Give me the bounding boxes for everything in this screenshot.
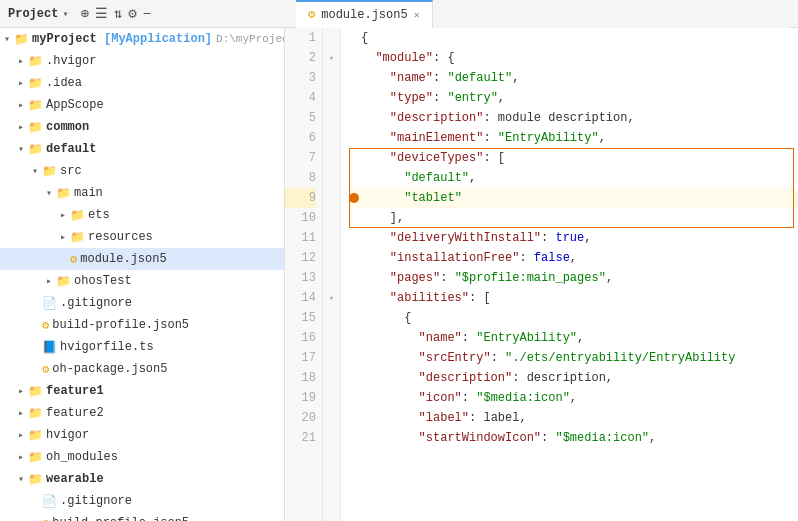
code-token: "$profile:main_pages" <box>455 268 606 288</box>
tree-expand-icon[interactable]: ▸ <box>42 275 56 287</box>
sidebar-item-hvigorfile[interactable]: 📘hvigorfile.ts <box>0 336 284 358</box>
sidebar-item-AppScope[interactable]: ▸📁AppScope <box>0 94 284 116</box>
chevron-down-icon[interactable]: ▾ <box>62 8 68 20</box>
close-icon[interactable]: − <box>143 6 151 22</box>
sidebar-item-common[interactable]: ▸📁common <box>0 116 284 138</box>
tree-item-icon: 📁 <box>56 274 71 289</box>
gutter-line-17 <box>323 348 340 368</box>
code-token <box>361 148 390 168</box>
sidebar-item-gitignore1[interactable]: 📄.gitignore <box>0 292 284 314</box>
tree-item-label: src <box>60 164 82 178</box>
tree-item-label: module.json5 <box>80 252 166 266</box>
tab-close-icon[interactable]: ✕ <box>414 9 420 21</box>
line-number-12: 12 <box>285 248 316 268</box>
tree-expand-icon[interactable]: ▸ <box>56 231 70 243</box>
code-token: description <box>527 368 606 388</box>
code-token: : <box>483 128 497 148</box>
sidebar-item-resources[interactable]: ▸📁resources <box>0 226 284 248</box>
code-token: "EntryAbility" <box>476 328 577 348</box>
sidebar-item-module_json5[interactable]: ⚙module.json5 <box>0 248 284 270</box>
sidebar-item-oh_package[interactable]: ⚙oh-package.json5 <box>0 358 284 380</box>
code-token: , <box>599 128 606 148</box>
gutter-line-2: ▾ <box>323 48 340 68</box>
tree-expand-icon[interactable]: ▸ <box>56 209 70 221</box>
list-icon[interactable]: ☰ <box>95 5 108 22</box>
sidebar-item-feature1[interactable]: ▸📁feature1 <box>0 380 284 402</box>
code-token <box>361 328 419 348</box>
line-number-5: 5 <box>285 108 316 128</box>
sidebar-item-hvigor2[interactable]: ▸📁hvigor <box>0 424 284 446</box>
tree-expand-icon[interactable]: ▾ <box>14 473 28 485</box>
code-token: "pages" <box>390 268 440 288</box>
settings-icon[interactable]: ⚙ <box>128 5 136 22</box>
code-area[interactable]: { "module": { "name": "default", "type":… <box>341 28 798 521</box>
code-line-21: "startWindowIcon": "$media:icon", <box>349 428 798 448</box>
sidebar-item-src[interactable]: ▾📁src <box>0 160 284 182</box>
line-number-4: 4 <box>285 88 316 108</box>
sidebar-item-wearable[interactable]: ▾📁wearable <box>0 468 284 490</box>
code-token: , <box>512 68 519 88</box>
tree-expand-icon[interactable]: ▾ <box>0 33 14 45</box>
code-line-19: "icon": "$media:icon", <box>349 388 798 408</box>
code-token: "description" <box>419 368 513 388</box>
code-token: : <box>491 348 505 368</box>
tree-expand-icon[interactable]: ▸ <box>14 77 28 89</box>
code-token: "name" <box>419 328 462 348</box>
code-token: "name" <box>390 68 433 88</box>
sidebar-item-build_profile[interactable]: ⚙build-profile.json5 <box>0 314 284 336</box>
code-token: "$media:icon" <box>555 428 649 448</box>
tree-expand-icon[interactable]: ▸ <box>14 55 28 67</box>
collapse-icon[interactable]: ⇅ <box>114 5 122 22</box>
sidebar-item-default[interactable]: ▾📁default <box>0 138 284 160</box>
tree-expand-icon[interactable]: ▾ <box>14 143 28 155</box>
code-token <box>361 88 390 108</box>
tree-expand-icon[interactable]: ▸ <box>14 99 28 111</box>
tree-expand-icon[interactable]: ▸ <box>14 407 28 419</box>
tree-expand-icon[interactable]: ▾ <box>28 165 42 177</box>
code-token: { <box>361 28 368 48</box>
code-token <box>361 68 390 88</box>
gutter-line-4 <box>323 88 340 108</box>
editor-panel[interactable]: 123456789101112131415161718192021 ▾▾ { "… <box>285 28 798 521</box>
code-token: "icon" <box>419 388 462 408</box>
editor-content: 123456789101112131415161718192021 ▾▾ { "… <box>285 28 798 521</box>
sidebar-item-ets[interactable]: ▸📁ets <box>0 204 284 226</box>
fold-icon[interactable]: ▾ <box>329 293 334 304</box>
gutter-line-13 <box>323 268 340 288</box>
sidebar-item-build_profile2[interactable]: ⚙build-profile.json5 <box>0 512 284 521</box>
line-number-19: 19 <box>285 388 316 408</box>
sidebar-item-main[interactable]: ▾📁main <box>0 182 284 204</box>
code-line-10: ], <box>349 208 798 228</box>
sidebar-item-idea[interactable]: ▸📁.idea <box>0 72 284 94</box>
tree-expand-icon[interactable]: ▸ <box>14 121 28 133</box>
tree-item-icon: 📄 <box>42 494 57 509</box>
tree-item-icon: 📁 <box>28 54 43 69</box>
sidebar-item-myProject[interactable]: ▾📁myProject [MyApplication] D:\myProject <box>0 28 284 50</box>
add-icon[interactable]: ⊕ <box>80 5 88 22</box>
sidebar-item-hvigor[interactable]: ▸📁.hvigor <box>0 50 284 72</box>
tree-expand-icon[interactable]: ▸ <box>14 385 28 397</box>
code-line-3: "name": "default", <box>349 68 798 88</box>
tab-module-json5[interactable]: ⚙ module.json5 ✕ <box>296 0 433 28</box>
code-token <box>361 368 419 388</box>
gutter-line-14: ▾ <box>323 288 340 308</box>
tree-item-label: wearable <box>46 472 104 486</box>
tree-item-path: D:\myProject <box>216 33 285 45</box>
tree-item-label: ets <box>88 208 110 222</box>
breakpoint-marker[interactable] <box>349 193 359 203</box>
sidebar-item-gitignore2[interactable]: 📄.gitignore <box>0 490 284 512</box>
sidebar-item-ohosTest[interactable]: ▸📁ohosTest <box>0 270 284 292</box>
tree-expand-icon[interactable]: ▸ <box>14 429 28 441</box>
tree-expand-icon[interactable]: ▸ <box>14 451 28 463</box>
code-token: , <box>469 168 476 188</box>
sidebar-item-feature2[interactable]: ▸📁feature2 <box>0 402 284 424</box>
line-number-1: 1 <box>285 28 316 48</box>
gutter-line-1 <box>323 28 340 48</box>
tree-expand-icon[interactable]: ▾ <box>42 187 56 199</box>
sidebar-item-oh_modules[interactable]: ▸📁oh_modules <box>0 446 284 468</box>
code-token <box>361 348 419 368</box>
line-number-11: 11 <box>285 228 316 248</box>
code-token: : [ <box>469 288 491 308</box>
fold-icon[interactable]: ▾ <box>329 53 334 64</box>
code-token: "module" <box>375 48 433 68</box>
